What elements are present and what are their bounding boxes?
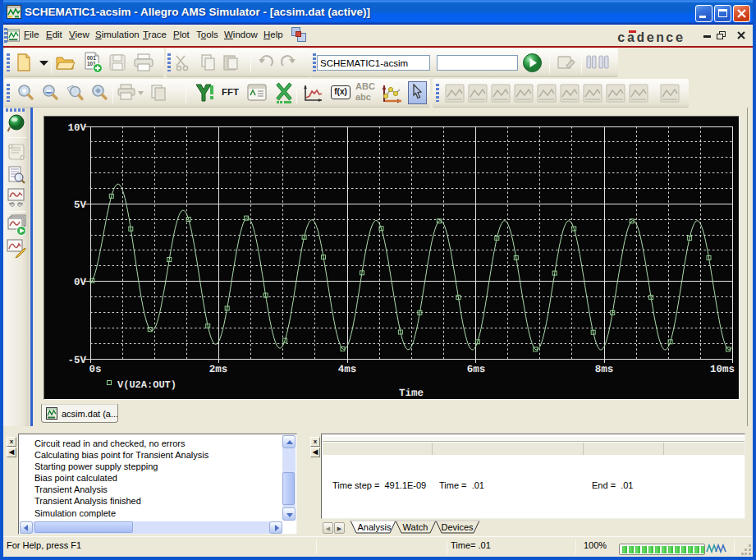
svg-text:0s: 0s	[89, 364, 101, 375]
svg-text:Devices: Devices	[441, 522, 474, 532]
svg-text:001: 001	[87, 55, 96, 61]
svg-text:10ms: 10ms	[710, 364, 735, 375]
svg-text:Watch: Watch	[403, 522, 428, 532]
svg-text:Time: Time	[399, 388, 424, 399]
svg-text:V(U2A:OUT): V(U2A:OUT)	[117, 379, 176, 391]
svg-text:-5V: -5V	[67, 355, 86, 366]
svg-text:Analysis: Analysis	[358, 522, 392, 532]
svg-text:6ms: 6ms	[467, 364, 486, 375]
svg-text:2ms: 2ms	[209, 364, 228, 375]
svg-text:5V: 5V	[74, 200, 87, 211]
svg-text:8ms: 8ms	[595, 364, 614, 375]
svg-text:0V: 0V	[74, 277, 87, 288]
svg-text:4ms: 4ms	[338, 364, 357, 375]
svg-text:10V: 10V	[67, 122, 86, 134]
